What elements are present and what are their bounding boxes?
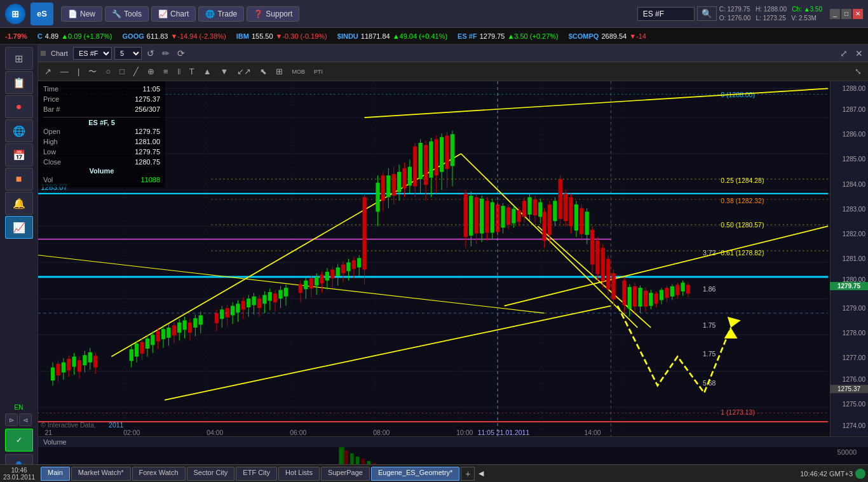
fibonacci-tool[interactable]: ↙↗	[233, 65, 255, 78]
price-1288: 1288.00	[843, 85, 865, 92]
price-1275: 1275.00	[843, 401, 865, 408]
zoom-out-button[interactable]: ⤡	[851, 65, 865, 78]
rotate-button[interactable]: ⟳	[175, 47, 187, 60]
svg-rect-196	[501, 206, 505, 227]
tab-superpage[interactable]: SuperPage	[321, 467, 370, 481]
vol-value: 11088	[140, 175, 160, 185]
svg-rect-170	[424, 145, 428, 185]
svg-rect-166	[413, 147, 417, 187]
sidebar-portfolio-button[interactable]: ■	[5, 168, 33, 191]
price-label: Price	[43, 94, 59, 104]
svg-rect-140	[336, 267, 340, 276]
tick-indu: $INDU 11871.84 ▲49.04 (+0.41%)	[337, 32, 447, 40]
sidebar-calendar-button[interactable]: 📅	[5, 144, 33, 166]
pitchfork-tool[interactable]: ⬉	[256, 65, 271, 78]
tab-main[interactable]: Main	[41, 467, 70, 481]
pencil-button[interactable]: ✏	[159, 47, 172, 60]
chart-toolbar: Chart ES #F 5 1 15 30 60 D ↺ ✏ ⟳ ⤢ ✕	[38, 44, 868, 62]
sidebar-extra2-button[interactable]: ⊲	[19, 413, 32, 426]
svg-rect-66	[88, 352, 92, 363]
trade-button[interactable]: 🌐 Trade	[198, 6, 244, 22]
svg-rect-138	[330, 270, 334, 279]
sidebar-news-button[interactable]: ●	[5, 95, 33, 118]
mob-tool[interactable]: MOB	[288, 67, 309, 77]
svg-rect-112	[252, 297, 255, 305]
svg-rect-58	[67, 359, 71, 370]
support-button[interactable]: ❓ Support	[247, 6, 299, 22]
price-1284: 1284.00	[843, 181, 865, 188]
svg-rect-82	[161, 329, 165, 339]
sidebar-browser-button[interactable]: 🌐	[5, 119, 33, 142]
bars-tool[interactable]: ⦀	[173, 65, 184, 79]
svg-rect-60	[72, 357, 76, 367]
svg-rect-218	[559, 179, 562, 219]
symbol-select[interactable]: ES #F	[73, 47, 112, 60]
windows-logo[interactable]: ⊞	[5, 4, 25, 24]
tab-eugenees[interactable]: Eugene_ES_Geometry*	[371, 467, 459, 481]
refresh-button[interactable]: ↺	[144, 47, 157, 60]
close-button[interactable]: ✕	[853, 9, 863, 19]
interval-select[interactable]: 5 1 15 30 60 D	[114, 47, 142, 60]
new-button[interactable]: 📄 New	[61, 6, 102, 22]
svg-rect-174	[435, 139, 438, 175]
svg-text:08:00: 08:00	[373, 428, 390, 436]
tab-forexwatch[interactable]: Forex Watch	[132, 467, 186, 481]
symbol-input[interactable]	[637, 7, 695, 21]
svg-rect-230	[590, 230, 594, 265]
svg-rect-100	[220, 309, 224, 319]
line-tool[interactable]: —	[57, 65, 72, 78]
main-chart[interactable]: 1283.07 0 (1288.00) 0.25 (1284.28) 0.38 …	[38, 81, 868, 436]
svg-rect-152	[376, 183, 379, 212]
svg-rect-128	[304, 281, 308, 290]
tab-etfcity[interactable]: ETF City	[236, 467, 277, 481]
circle-tool[interactable]: ○	[102, 65, 114, 78]
sidebar-watchlist-button[interactable]: 📋	[5, 71, 33, 94]
status-left: 10:46 23.01.2011	[0, 464, 38, 482]
tab-sectorcity[interactable]: Sector City	[187, 467, 235, 481]
svg-rect-238	[611, 273, 615, 299]
maximize-button[interactable]: □	[841, 9, 851, 19]
tools-button[interactable]: 🔧 Tools	[105, 6, 149, 22]
tab-hotlists[interactable]: Hot Lists	[278, 467, 320, 481]
pti-tool[interactable]: PTI	[310, 67, 327, 77]
sidebar-alerts-button[interactable]: 🔔	[5, 192, 33, 215]
vertical-tool[interactable]: |	[74, 65, 83, 78]
rect-tool[interactable]: □	[116, 65, 128, 78]
curve-tool[interactable]: 〜	[85, 64, 100, 79]
sidebar-extra1-button[interactable]: ⊳	[5, 413, 18, 426]
tab-marketwatch[interactable]: Market Watch*	[71, 467, 131, 481]
svg-rect-204	[522, 201, 526, 217]
grid-tool[interactable]: ⊞	[272, 65, 287, 78]
chart-button[interactable]: 📈 Chart	[151, 6, 196, 22]
text-tool[interactable]: T	[186, 65, 198, 78]
svg-rect-102	[226, 308, 229, 318]
expand-button[interactable]: ⤢	[837, 47, 850, 60]
open-value: 1279.75	[135, 126, 160, 137]
tab-scroll-left[interactable]: ◀	[478, 469, 484, 478]
svg-rect-116	[262, 295, 266, 304]
up-arrow-tool[interactable]: ▲	[200, 65, 215, 78]
sidebar-check-button[interactable]: ✓	[5, 429, 33, 452]
symbol-search-button[interactable]: 🔍	[697, 6, 717, 21]
app-logo[interactable]: eS	[31, 3, 53, 25]
svg-rect-192	[491, 203, 494, 233]
sidebar-overview-button[interactable]: ⊞	[5, 47, 33, 70]
alerts-icon: 🔔	[13, 197, 25, 210]
tick-ibm: IBM 155.50 ▼-0.30 (-0.19%)	[236, 32, 327, 40]
crosshair-tool[interactable]: ⊕	[144, 65, 158, 78]
diagonal-tool[interactable]: ╱	[130, 65, 142, 78]
arrow-tool[interactable]: ↗	[41, 65, 55, 78]
svg-rect-124	[284, 288, 288, 297]
time-label: Time	[43, 84, 58, 94]
svg-rect-208	[533, 199, 537, 215]
minimize-button[interactable]: _	[830, 9, 840, 19]
down-arrow-tool[interactable]: ▼	[217, 65, 233, 78]
add-tab-button[interactable]: +	[461, 467, 475, 481]
svg-rect-68	[93, 356, 97, 367]
window-controls: _ □ ✕	[830, 9, 863, 19]
svg-rect-234	[601, 248, 605, 281]
chart-close-button[interactable]: ✕	[853, 47, 865, 60]
sidebar-chart-button[interactable]: 📈	[5, 216, 33, 239]
multiline-tool[interactable]: ≡	[159, 65, 172, 78]
chart-sidebar-icon: 📈	[13, 222, 25, 234]
